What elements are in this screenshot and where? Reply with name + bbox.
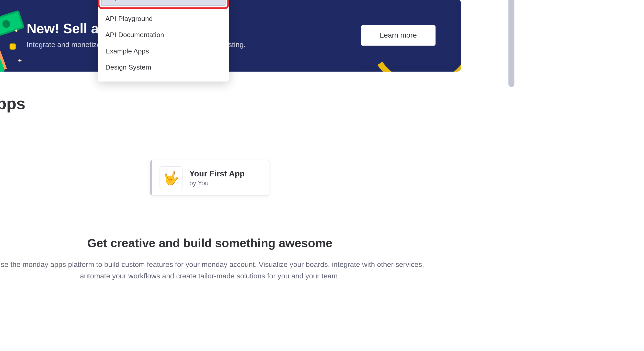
app-card-your-first-app[interactable]: 🤟 Your First App by You [150,160,270,196]
scrollbar[interactable] [508,0,514,87]
promo-banner: ✦ ✦ ✦ New! Sell apps on paid plans Integ… [0,0,461,72]
creative-body: Use the monday apps platform to build cu… [0,259,427,282]
menu-item-api-playground[interactable]: API Playground [98,10,229,27]
developer-dropdown: My Access Tokens API Playground API Docu… [98,0,229,81]
main-area: </> Apps My Apps Help Developer [0,0,515,281]
banner-illustration: ✦ ✦ ✦ [0,10,22,72]
app-card-title: Your First App [189,169,245,178]
menu-item-api-documentation[interactable]: API Documentation [98,27,229,43]
app-icon: 🤟 [159,166,182,189]
menu-item-my-access-tokens[interactable]: My Access Tokens [101,0,226,5]
app-card-author: by You [189,179,245,186]
menu-item-design-system[interactable]: Design System [98,59,229,75]
page-title: My Apps [0,95,461,113]
banner-arc-decoration [359,0,461,72]
creative-heading: Get creative and build something awesome [0,236,461,250]
menu-item-example-apps[interactable]: Example Apps [98,43,229,59]
